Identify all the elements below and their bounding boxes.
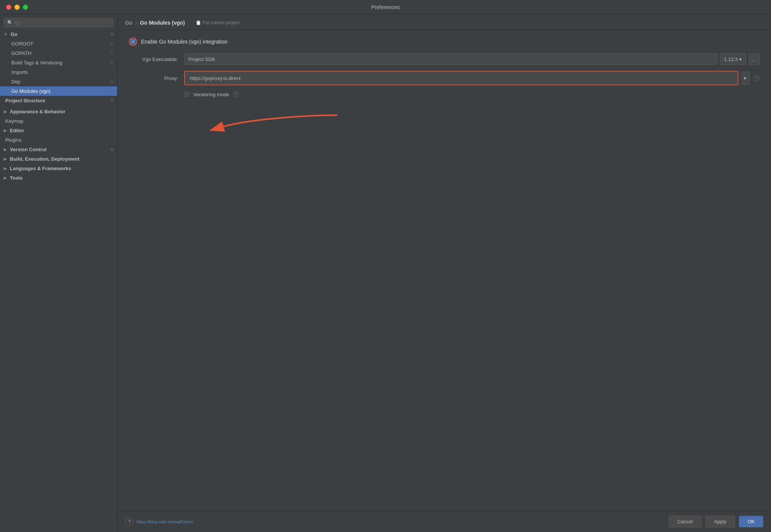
chevron-right-icon: ▶ xyxy=(4,128,7,133)
enable-checkbox[interactable]: ✓ xyxy=(130,39,136,44)
breadcrumb-current: Go Modules (vgo) xyxy=(140,20,185,26)
sdk-version[interactable]: 1.13.3 ▾ xyxy=(720,53,746,65)
search-bar[interactable]: 🔍 xyxy=(4,18,113,27)
proxy-row: Proxy: ▾ ? xyxy=(129,71,760,85)
sidebar-item-label: GOPATH xyxy=(11,50,31,56)
proxy-label: Proxy: xyxy=(129,75,178,81)
cancel-button[interactable]: Cancel xyxy=(669,516,701,527)
breadcrumb: Go › Go Modules (vgo) 📋 For current proj… xyxy=(118,14,771,30)
copy-icon: ⧉ xyxy=(110,98,113,103)
sidebar-item-label: Build, Execution, Deployment xyxy=(10,156,79,162)
sidebar-item-plugins[interactable]: Plugins xyxy=(0,135,117,145)
chevron-right-icon: ▶ xyxy=(4,157,7,161)
more-icon: … xyxy=(751,56,756,62)
sidebar-item-label: Dep xyxy=(11,79,20,84)
enable-checkbox-circle: ✓ xyxy=(129,38,137,46)
bottom-bar: ? https://blog.csdn.net/wgPython Cancel … xyxy=(118,511,771,532)
content-area: Go › Go Modules (vgo) 📋 For current proj… xyxy=(118,14,771,532)
sidebar-item-label: Imports xyxy=(11,69,28,75)
vgo-value: Project SDK xyxy=(188,56,215,62)
sidebar-item-label: Appearance & Behavior xyxy=(10,109,66,114)
copy-icon: ⧉ xyxy=(110,79,113,84)
sidebar-item-build-exec-deploy[interactable]: ▶ Build, Execution, Deployment xyxy=(0,154,117,164)
chevron-right-icon: ▶ xyxy=(4,147,7,152)
vendoring-label: Vendoring mode xyxy=(193,92,229,97)
search-icon: 🔍 xyxy=(7,20,13,25)
sidebar-item-label: Go Modules (vgo) xyxy=(11,88,50,94)
copy-icon: ⧉ xyxy=(110,89,113,94)
sidebar-item-appearance-behavior[interactable]: ▶ Appearance & Behavior xyxy=(0,107,117,116)
close-button[interactable] xyxy=(6,5,11,10)
sidebar-item-label: Build Tags & Vendoring xyxy=(11,60,62,66)
help-circle-icon: ? xyxy=(754,75,760,81)
maximize-button[interactable] xyxy=(23,5,28,10)
sidebar-item-label: Go xyxy=(11,31,17,37)
sidebar-item-dep[interactable]: Dep ⧉ xyxy=(0,77,117,86)
copy-icon: ⧉ xyxy=(110,147,113,152)
proxy-control: ▾ ? xyxy=(184,71,760,85)
main-layout: 🔍 ▼ Go ⧉ GOROOT ⧉ GOPATH ⧉ Build Tags & … xyxy=(0,14,771,532)
sidebar-item-keymap[interactable]: Keymap xyxy=(0,116,117,126)
chevron-right-icon: ▶ xyxy=(4,166,7,171)
sidebar-item-go-modules[interactable]: Go Modules (vgo) ⧉ xyxy=(0,86,117,96)
sidebar-item-build-tags[interactable]: Build Tags & Vendoring ⧉ xyxy=(0,58,117,67)
sidebar-item-editor[interactable]: ▶ Editor xyxy=(0,126,117,135)
chevron-down-icon: ▼ xyxy=(4,32,8,36)
proxy-input-wrapper xyxy=(184,71,738,85)
arrow-annotation xyxy=(193,104,345,142)
vgo-input[interactable]: Project SDK xyxy=(184,53,718,65)
minimize-button[interactable] xyxy=(14,5,20,10)
sidebar-item-label: GOROOT xyxy=(11,41,33,47)
sidebar-item-label: Version Control xyxy=(10,147,47,152)
bottom-url: https://blog.csdn.net/wgPython xyxy=(136,519,193,524)
chevron-right-icon: ▶ xyxy=(4,110,7,114)
sidebar-item-label: Tools xyxy=(10,175,23,181)
help-button[interactable]: ? xyxy=(125,518,133,526)
chevron-down-icon: ▾ xyxy=(744,75,746,81)
sidebar-item-label: Keymap xyxy=(5,118,24,124)
bottom-left: ? https://blog.csdn.net/wgPython xyxy=(125,518,193,526)
vgo-executable-row: Vgo Executable: Project SDK 1.13.3 ▾ … xyxy=(129,53,760,65)
breadcrumb-project-label: For current project xyxy=(203,20,240,25)
enable-label: Enable Go Modules (vgo) integration xyxy=(141,39,227,45)
sidebar-item-label: Languages & Frameworks xyxy=(10,166,71,171)
sidebar-item-imports[interactable]: Imports xyxy=(0,67,117,77)
project-icon: 📋 xyxy=(196,20,201,25)
checkmark-icon: ✓ xyxy=(132,40,135,44)
bottom-right: Cancel Apply OK xyxy=(669,516,763,527)
sidebar-item-tools[interactable]: ▶ Tools xyxy=(0,173,117,183)
sidebar-item-version-control[interactable]: ▶ Version Control ⧉ xyxy=(0,145,117,154)
search-input[interactable] xyxy=(15,20,110,25)
copy-icon: ⧉ xyxy=(110,41,113,46)
vendoring-help-icon[interactable]: ? xyxy=(233,91,239,97)
breadcrumb-project: 📋 For current project xyxy=(196,20,240,25)
chevron-down-icon: ▾ xyxy=(739,56,742,62)
sdk-menu-button[interactable]: … xyxy=(748,53,760,65)
sidebar-item-go[interactable]: ▼ Go ⧉ xyxy=(0,30,117,39)
breadcrumb-separator: › xyxy=(135,20,137,26)
copy-icon: ⧉ xyxy=(110,32,113,37)
vendoring-row: Vendoring mode ? xyxy=(184,91,760,97)
proxy-help-button[interactable]: ? xyxy=(754,75,760,81)
proxy-input[interactable] xyxy=(186,72,737,84)
copy-icon: ⧉ xyxy=(110,51,113,56)
sidebar-item-goroot[interactable]: GOROOT ⧉ xyxy=(0,39,117,49)
window-title: Preferences xyxy=(371,4,400,10)
enable-row: ✓ Enable Go Modules (vgo) integration xyxy=(129,38,760,46)
vendoring-checkbox[interactable] xyxy=(184,92,190,97)
proxy-dropdown[interactable]: ▾ xyxy=(741,72,750,84)
chevron-right-icon: ▶ xyxy=(4,176,7,180)
traffic-lights xyxy=(6,5,28,10)
apply-button[interactable]: Apply xyxy=(705,516,735,527)
sidebar-item-label: Project Structure xyxy=(5,98,45,103)
vgo-control: Project SDK 1.13.3 ▾ … xyxy=(184,53,760,65)
sidebar-item-label: Editor xyxy=(10,128,24,133)
sidebar-item-gopath[interactable]: GOPATH ⧉ xyxy=(0,49,117,58)
ok-button[interactable]: OK xyxy=(739,516,763,527)
breadcrumb-parent: Go xyxy=(125,20,132,26)
sidebar-item-label: Plugins xyxy=(5,137,22,143)
sidebar-item-languages-frameworks[interactable]: ▶ Languages & Frameworks xyxy=(0,164,117,173)
sdk-version-value: 1.13.3 xyxy=(724,56,738,62)
copy-icon: ⧉ xyxy=(110,60,113,65)
sidebar-item-project-structure[interactable]: Project Structure ⧉ xyxy=(0,96,117,105)
